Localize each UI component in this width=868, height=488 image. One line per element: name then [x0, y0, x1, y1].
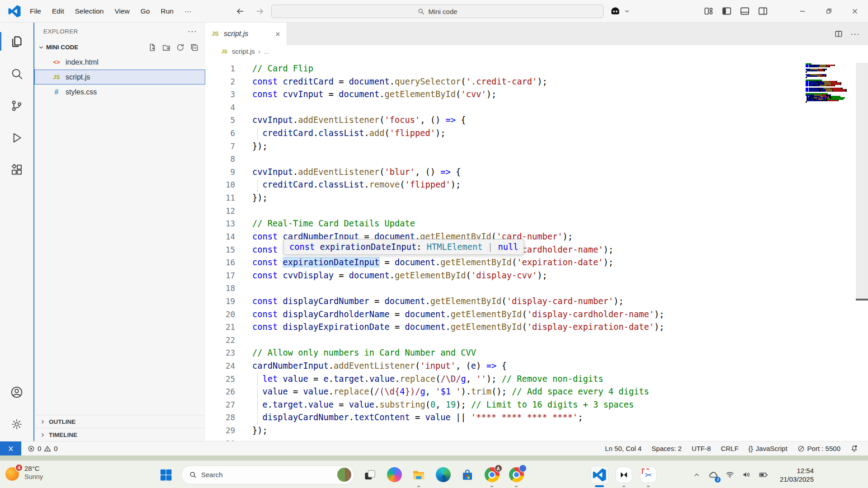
code-line[interactable]: 17const cvvDisplay = document.getElement…: [205, 269, 868, 282]
code-line[interactable]: 26value = value.replace(/(\d{4})/g, '$1 …: [205, 385, 868, 399]
menu-view[interactable]: View: [109, 5, 135, 18]
status-encoding[interactable]: UTF-8: [692, 445, 711, 452]
code-line[interactable]: 6creditCard.classList.add('flipped');: [205, 127, 868, 140]
taskbar-clock[interactable]: 12:54 21/03/2025: [780, 466, 814, 483]
toggle-panel-icon[interactable]: [740, 6, 750, 16]
taskbar-edge[interactable]: [434, 466, 452, 484]
explorer-more-actions-icon[interactable]: ···: [188, 29, 197, 33]
battery-icon[interactable]: [757, 467, 770, 483]
activity-source-control-icon[interactable]: [0, 89, 33, 122]
outline-section[interactable]: OUTLINE: [34, 415, 205, 428]
collapse-all-icon[interactable]: [190, 43, 199, 52]
code-line[interactable]: 23// Allow only numbers in Card Number a…: [205, 347, 868, 360]
status-notifications[interactable]: [850, 445, 858, 452]
code-line[interactable]: 27e.target.value = value.substring(0, 19…: [205, 399, 868, 412]
toggle-primary-sidebar-icon[interactable]: [722, 6, 732, 16]
forward-arrow-icon[interactable]: [252, 5, 268, 18]
code-line[interactable]: 25let value = e.target.value.replace(/\D…: [205, 373, 868, 386]
status-language-mode[interactable]: {}JavaScript: [749, 445, 788, 452]
minimap[interactable]: [806, 63, 854, 104]
code-line[interactable]: 7});: [205, 140, 868, 153]
new-folder-icon[interactable]: [162, 43, 171, 52]
code-line[interactable]: 1// Card Flip: [205, 62, 868, 75]
command-center-search[interactable]: Mini code: [271, 5, 604, 18]
customize-layout-icon[interactable]: [703, 6, 714, 16]
taskbar-task-view[interactable]: [361, 466, 379, 484]
close-button[interactable]: [842, 0, 868, 22]
minimize-button[interactable]: [789, 0, 816, 22]
refresh-icon[interactable]: [176, 43, 185, 52]
split-editor-icon[interactable]: [834, 29, 843, 38]
taskbar-capcut[interactable]: [615, 466, 633, 484]
activity-explorer-icon[interactable]: [0, 25, 33, 57]
code-line[interactable]: 2const creditCard = document.querySelect…: [205, 75, 868, 89]
folder-section-header[interactable]: MINI CODE: [34, 40, 205, 55]
code-line[interactable]: 8: [205, 153, 868, 166]
menu-file[interactable]: File: [24, 5, 47, 18]
status-eol[interactable]: CRLF: [721, 445, 738, 452]
taskbar-start[interactable]: [157, 466, 175, 484]
timeline-section[interactable]: TIMELINE: [34, 428, 205, 441]
code-line[interactable]: 12: [205, 205, 868, 218]
code-line[interactable]: 3const cvvInput = document.getElementByI…: [205, 88, 868, 101]
restore-button[interactable]: [816, 0, 842, 22]
toggle-secondary-sidebar-icon[interactable]: [758, 6, 768, 16]
code-line[interactable]: 9cvvInput.addEventListener('blur', () =>…: [205, 166, 868, 179]
code-editor[interactable]: 1// Card Flip2const creditCard = documen…: [205, 57, 868, 441]
menu-run[interactable]: Run: [155, 5, 179, 18]
code-line[interactable]: 20const displayCardholderName = document…: [205, 308, 868, 321]
file-script-js[interactable]: JSscript.js: [34, 70, 205, 84]
breadcrumb[interactable]: JS script.js › ...: [205, 45, 868, 57]
activity-account-icon[interactable]: [0, 376, 33, 408]
code-line[interactable]: 11});: [205, 192, 868, 205]
taskbar-store[interactable]: [458, 466, 476, 484]
scrollbar-thumb[interactable]: [856, 63, 868, 299]
taskbar-chrome-profile-b[interactable]: [507, 466, 525, 484]
menu-selection[interactable]: Selection: [70, 5, 109, 18]
new-file-icon[interactable]: [148, 43, 157, 52]
code-line[interactable]: 21const displayExpirationDate = document…: [205, 321, 868, 334]
taskbar-search[interactable]: Search: [181, 465, 354, 484]
code-line[interactable]: 10creditCard.classList.remove('flipped')…: [205, 178, 868, 192]
tab-script-js[interactable]: JS script.js: [205, 23, 287, 45]
code-line[interactable]: 13// Real-Time Card Details Update: [205, 217, 868, 230]
code-line[interactable]: 5cvvInput.addEventListener('focus', () =…: [205, 114, 868, 127]
activity-extensions-icon[interactable]: [0, 154, 33, 186]
daily-image-icon[interactable]: [337, 468, 351, 482]
menu-edit[interactable]: Edit: [47, 5, 70, 18]
copilot-menu[interactable]: [609, 0, 630, 22]
editor-scrollbar[interactable]: [856, 57, 868, 441]
code-line[interactable]: 28displayCardNumber.textContent = value …: [205, 411, 868, 424]
problems-indicator[interactable]: 0 0: [28, 445, 58, 452]
code-line[interactable]: 30: [205, 437, 868, 441]
activity-settings-icon[interactable]: [0, 408, 33, 440]
status-live-server-port[interactable]: Port : 5500: [797, 445, 840, 452]
tray-chevron-icon[interactable]: [690, 467, 703, 483]
taskbar-vscode[interactable]: [590, 466, 609, 484]
taskbar-chrome-profile-a[interactable]: A: [483, 466, 501, 484]
code-line[interactable]: 24cardNumberInput.addEventListener('inpu…: [205, 360, 868, 373]
taskbar-file-explorer[interactable]: [410, 466, 428, 484]
code-line[interactable]: 18: [205, 282, 868, 295]
code-line[interactable]: 22: [205, 334, 868, 347]
back-arrow-icon[interactable]: [232, 5, 248, 18]
code-line[interactable]: 29});: [205, 424, 868, 437]
onedrive-icon[interactable]: i: [707, 467, 720, 483]
menu-more[interactable]: ···: [179, 5, 197, 18]
taskbar-snipping-tool[interactable]: ✂: [639, 466, 657, 484]
remote-indicator[interactable]: [0, 441, 21, 455]
activity-search-icon[interactable]: [0, 57, 33, 89]
code-line[interactable]: 19const displayCardNumber = document.get…: [205, 295, 868, 308]
tab-close-icon[interactable]: [274, 31, 281, 38]
status-cursor-position[interactable]: Ln 50, Col 4: [605, 445, 642, 452]
taskbar-copilot[interactable]: [385, 466, 403, 484]
file-styles-css[interactable]: #styles.css: [34, 84, 205, 99]
code-line[interactable]: 4: [205, 101, 868, 114]
file-index-html[interactable]: <>index.html: [34, 55, 205, 70]
wifi-icon[interactable]: [723, 467, 737, 483]
editor-more-actions-icon[interactable]: ···: [850, 32, 860, 36]
menu-go[interactable]: Go: [135, 5, 156, 18]
status-indentation[interactable]: Spaces: 2: [651, 445, 682, 452]
taskbar-weather-widget[interactable]: 4 28°C Sunny: [5, 464, 43, 481]
volume-icon[interactable]: [740, 467, 754, 483]
